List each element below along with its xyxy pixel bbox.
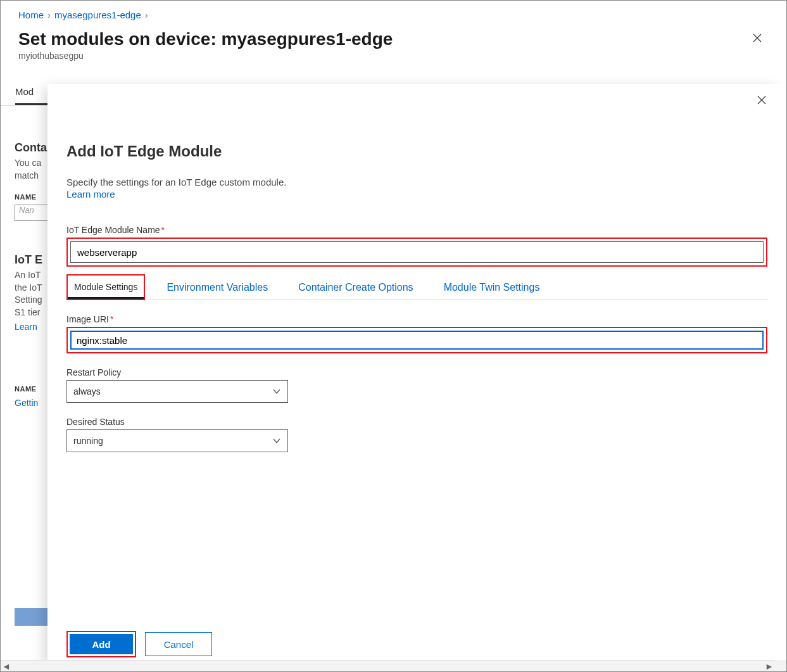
scroll-left-icon[interactable]: ◄ [1,661,12,672]
image-uri-input[interactable] [70,331,764,350]
desired-status-select[interactable]: running [66,429,288,452]
add-button-highlight: Add [66,631,136,657]
scroll-right-icon[interactable]: ► [764,661,775,672]
add-button[interactable]: Add [70,634,133,654]
tab-module-settings[interactable]: Module Settings [68,276,144,299]
panel-description: Specify the settings for an IoT Edge cus… [66,177,767,187]
panel-title: Add IoT Edge Module [66,143,767,160]
breadcrumb-device[interactable]: myasegpures1-edge [54,10,141,20]
add-module-panel: Add IoT Edge Module Specify the settings… [47,84,786,671]
panel-tabs: Module Settings Environment Variables Co… [66,274,767,300]
restart-policy-select[interactable]: always [66,380,288,403]
close-panel-button[interactable] [755,93,769,107]
chevron-down-icon [272,387,281,396]
panel-footer: Add Cancel [66,631,212,657]
chevron-right-icon: › [145,10,148,20]
tab-environment-variables[interactable]: Environment Variables [158,276,277,300]
cancel-button[interactable]: Cancel [145,632,212,656]
bg-learn-link[interactable]: Learn [15,322,37,332]
tab-module-twin-settings[interactable]: Module Twin Settings [435,276,549,300]
module-name-highlight [66,238,767,267]
desired-status-label: Desired Status [66,417,767,427]
close-icon [752,33,762,43]
close-icon [757,95,767,105]
page-subtitle: myiothubasegpu [18,51,769,61]
tab-highlight: Module Settings [66,274,145,300]
required-indicator: * [110,314,113,324]
chevron-right-icon: › [47,10,51,20]
image-uri-highlight [66,327,767,353]
restart-policy-label: Restart Policy [66,367,767,377]
breadcrumb: Home › myasegpures1-edge › [1,1,786,25]
desired-status-value: running [73,436,103,446]
bg-name-input[interactable]: Nan [15,205,49,221]
page-title: Set modules on device: myasegpures1-edge [18,29,769,49]
horizontal-scrollbar[interactable]: ◄ ► [1,660,775,671]
close-page-button[interactable] [750,30,765,46]
learn-more-link[interactable]: Learn more [66,189,115,200]
restart-policy-value: always [73,386,101,396]
module-name-input[interactable] [70,241,764,263]
bg-partial-button[interactable] [15,608,53,626]
required-indicator: * [161,225,165,235]
chevron-down-icon [272,436,281,445]
page-header: Set modules on device: myasegpures1-edge… [1,25,786,65]
scroll-corner [775,660,786,671]
image-uri-label: Image URI* [66,314,767,324]
tab-container-create-options[interactable]: Container Create Options [289,276,422,300]
breadcrumb-home[interactable]: Home [18,10,44,20]
module-name-label: IoT Edge Module Name* [66,225,767,235]
